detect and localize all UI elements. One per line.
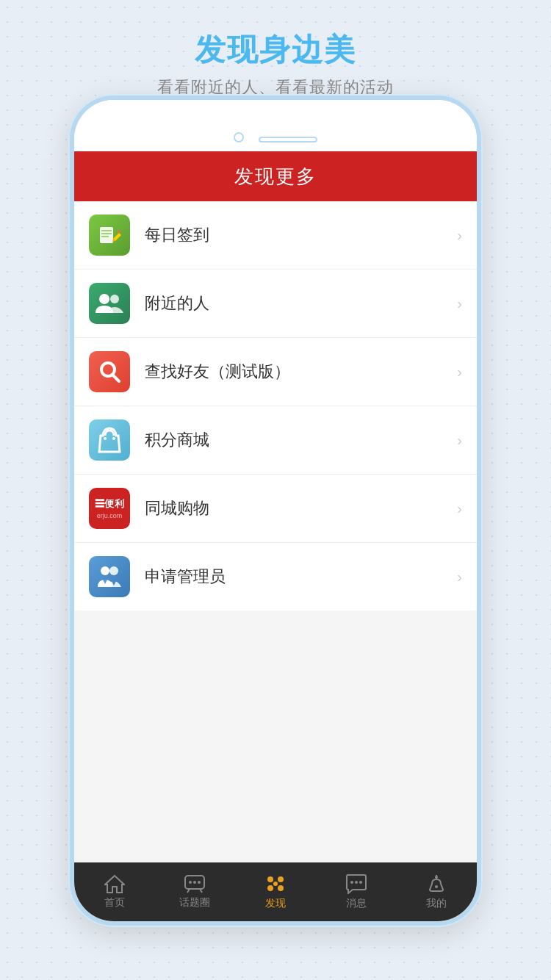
svg-point-7 — [99, 294, 109, 304]
svg-point-20 — [193, 881, 196, 884]
app-screen: 发现更多 每日签到 › — [74, 151, 477, 862]
points-mall-arrow: › — [457, 432, 462, 449]
svg-point-24 — [267, 885, 273, 891]
svg-rect-3 — [101, 236, 109, 237]
messages-icon — [345, 873, 367, 894]
search-icon — [97, 359, 122, 384]
svg-point-13 — [101, 566, 109, 575]
svg-point-26 — [273, 882, 278, 886]
svg-line-10 — [112, 375, 119, 381]
svg-point-31 — [435, 885, 438, 888]
svg-point-8 — [110, 295, 119, 303]
svg-point-15 — [109, 566, 118, 575]
apply-admin-arrow: › — [457, 569, 462, 586]
tab-mine-label: 我的 — [426, 897, 447, 910]
daily-checkin-label: 每日签到 — [145, 224, 457, 246]
tab-mine[interactable]: 我的 — [396, 873, 477, 910]
tab-messages-label: 消息 — [346, 897, 367, 910]
menu-list: 每日签到 › 附近的人 › — [74, 201, 477, 610]
daily-checkin-arrow: › — [457, 227, 462, 244]
topics-icon — [184, 874, 206, 893]
svg-marker-17 — [105, 876, 124, 893]
apply-admin-label: 申请管理员 — [145, 566, 457, 588]
pencil-icon — [97, 223, 122, 248]
phone-camera — [234, 132, 244, 143]
tab-home[interactable]: 首页 — [74, 874, 155, 909]
tab-topics[interactable]: 话题圈 — [155, 874, 236, 909]
menu-item-nearby-people[interactable]: 附近的人 › — [74, 270, 477, 338]
people-icon — [96, 291, 123, 316]
discover-icon — [264, 873, 287, 894]
phone-frame: 发现更多 每日签到 › — [70, 96, 481, 926]
svg-point-28 — [355, 881, 358, 884]
nearby-people-label: 附近的人 — [145, 292, 457, 314]
phone-speaker — [259, 137, 317, 143]
find-friends-icon — [89, 351, 130, 392]
menu-item-daily-checkin[interactable]: 每日签到 › — [74, 201, 477, 270]
find-friends-arrow: › — [457, 364, 462, 381]
tab-discover[interactable]: 发现 — [235, 873, 316, 910]
local-shopping-icon: ☰便利 erju.com — [89, 488, 130, 529]
svg-point-19 — [189, 881, 192, 884]
screen-header: 发现更多 — [74, 151, 477, 201]
svg-rect-1 — [101, 230, 112, 231]
svg-point-23 — [278, 876, 284, 882]
tab-home-label: 首页 — [104, 896, 125, 909]
screen-title: 发现更多 — [234, 164, 317, 190]
svg-point-25 — [278, 885, 284, 891]
svg-point-22 — [267, 876, 273, 882]
tab-messages[interactable]: 消息 — [316, 873, 397, 910]
points-mall-label: 积分商城 — [145, 429, 457, 451]
page-title: 发现身边美 — [0, 29, 551, 71]
menu-item-local-shopping[interactable]: ☰便利 erju.com 同城购物 › — [74, 475, 477, 543]
find-friends-label: 查找好友（测试版） — [145, 361, 457, 383]
svg-rect-6 — [118, 230, 121, 234]
svg-point-12 — [112, 437, 115, 440]
points-mall-icon — [89, 419, 130, 461]
phone-top-bar — [74, 100, 477, 151]
home-icon — [104, 874, 125, 893]
menu-item-find-friends[interactable]: 查找好友（测试版） › — [74, 338, 477, 406]
admin-icon — [95, 563, 124, 590]
tab-bar: 首页 话题圈 发现 — [74, 862, 477, 921]
svg-point-30 — [435, 876, 438, 879]
svg-marker-4 — [113, 233, 121, 241]
local-shopping-arrow: › — [457, 500, 462, 517]
svg-point-11 — [104, 437, 107, 440]
daily-checkin-icon — [89, 215, 130, 256]
svg-point-29 — [359, 881, 362, 884]
local-shopping-label: 同城购物 — [145, 497, 457, 519]
menu-item-points-mall[interactable]: 积分商城 › — [74, 406, 477, 475]
svg-rect-2 — [101, 233, 112, 234]
mine-icon — [426, 873, 447, 894]
tab-topics-label: 话题圈 — [179, 896, 210, 909]
apply-admin-icon — [89, 556, 130, 597]
svg-point-21 — [198, 881, 201, 884]
tab-discover-label: 发现 — [265, 897, 286, 910]
svg-rect-0 — [100, 227, 113, 243]
svg-point-27 — [350, 881, 353, 884]
nearby-people-icon — [89, 283, 130, 324]
bag-icon — [97, 427, 122, 453]
nearby-people-arrow: › — [457, 295, 462, 312]
menu-item-apply-admin[interactable]: 申请管理员 › — [74, 543, 477, 610]
